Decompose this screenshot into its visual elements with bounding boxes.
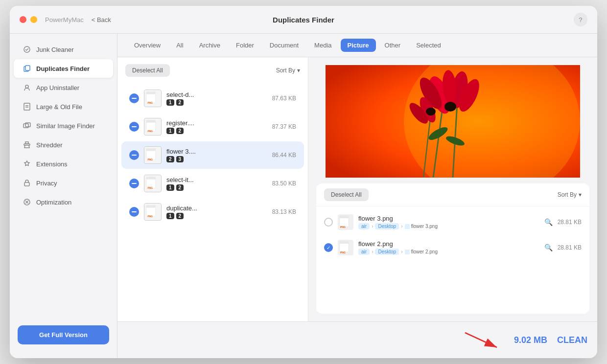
file-size: 87.63 KB	[272, 95, 296, 102]
svg-text:PNG: PNG	[148, 130, 153, 133]
svg-rect-21	[146, 120, 156, 123]
sidebar-item-privacy[interactable]: Privacy	[14, 174, 113, 192]
tab-document[interactable]: Document	[263, 39, 305, 52]
right-pane: OverviewAllArchiveFolderDocumentMediaPic…	[117, 34, 597, 358]
file-badge: 2	[176, 184, 184, 191]
svg-rect-7	[23, 124, 28, 128]
sidebar-label-large-old-file: Large & Old File	[36, 103, 82, 111]
junk-cleaner-icon	[23, 45, 31, 54]
detail-file-name: flower 3.png	[358, 215, 539, 222]
sidebar-label-duplicates-finder: Duplicates Finder	[36, 65, 90, 72]
file-name: select-it...	[166, 176, 267, 183]
detail-file-name: flower 2.png	[358, 240, 539, 248]
tab-archive[interactable]: Archive	[192, 39, 227, 52]
detail-checkbox[interactable]	[324, 243, 333, 252]
help-button[interactable]: ?	[574, 13, 587, 26]
sidebar-item-duplicates-finder[interactable]: Duplicates Finder	[14, 59, 113, 78]
path-file: flower 3.png	[405, 224, 438, 229]
file-badge: 2	[176, 128, 184, 134]
svg-rect-29	[146, 177, 156, 180]
sort-by-button[interactable]: Sort By ▾	[276, 67, 300, 74]
svg-point-3	[25, 85, 28, 88]
tab-picture[interactable]: Picture	[341, 39, 376, 52]
deselect-all-button[interactable]: Deselect All	[125, 64, 170, 77]
file-info: duplicate... 12	[166, 205, 267, 219]
file-thumbnail: PNG	[144, 146, 162, 164]
tab-folder[interactable]: Folder	[229, 39, 261, 52]
detail-checkbox[interactable]	[324, 218, 333, 227]
file-badges: 23	[166, 156, 267, 162]
list-item[interactable]: PNG flower 3.... 23 86.44 KB	[121, 141, 304, 169]
tab-media[interactable]: Media	[307, 39, 338, 52]
file-badges: 12	[166, 184, 267, 191]
similar-image-finder-icon	[23, 121, 31, 130]
sidebar-label-optimization: Optimization	[36, 199, 71, 206]
sidebar-label-similar-image-finder: Similar Image Finder	[36, 122, 95, 130]
tab-overview[interactable]: Overview	[127, 39, 167, 52]
sidebar-item-app-uninstaller[interactable]: App Uninstaller	[14, 78, 113, 97]
path-badge: air	[358, 249, 370, 255]
privacy-icon	[23, 179, 31, 187]
close-button[interactable]	[20, 16, 26, 23]
svg-point-48	[426, 108, 436, 115]
file-thumbnail: PNG	[144, 175, 162, 192]
file-size: 87.37 KB	[272, 123, 296, 130]
file-list-pane: Deselect All Sort By ▾ PNG select-d... 1…	[117, 57, 308, 321]
detail-deselect-all-button[interactable]: Deselect All	[324, 188, 369, 201]
sidebar-item-extensions[interactable]: Extensions	[14, 155, 113, 173]
detail-list-item[interactable]: PNG flower 3.png air › Desktop › flower …	[316, 209, 589, 235]
detail-file-info: flower 2.png air › Desktop › flower 2.pn…	[358, 240, 539, 255]
list-item[interactable]: PNG select-d... 12 87.63 KB	[121, 85, 304, 112]
tab-other[interactable]: Other	[378, 39, 408, 52]
detail-file-info: flower 3.png air › Desktop › flower 3.pn…	[358, 215, 539, 229]
file-info: flower 3.... 23	[166, 148, 267, 162]
svg-text:PNG: PNG	[340, 226, 346, 228]
minimize-button[interactable]	[30, 16, 37, 23]
svg-text:PNG: PNG	[148, 102, 153, 104]
svg-rect-58	[340, 241, 349, 244]
sidebar-item-similar-image-finder[interactable]: Similar Image Finder	[14, 116, 113, 135]
tab-all[interactable]: All	[169, 39, 190, 52]
svg-rect-25	[146, 149, 156, 151]
svg-rect-2	[25, 66, 30, 70]
path-mid: Desktop	[375, 223, 399, 229]
duplicates-finder-icon	[23, 64, 31, 73]
detail-list-item[interactable]: PNG flower 2.png air › Desktop › flower …	[316, 235, 589, 260]
list-item[interactable]: PNG register.... 12 87.37 KB	[121, 113, 304, 140]
list-item[interactable]: PNG select-it... 12 83.50 KB	[121, 170, 304, 197]
file-badge: 1	[166, 213, 174, 219]
svg-text:PNG: PNG	[340, 251, 346, 254]
optimization-icon	[23, 198, 31, 206]
sidebar-item-junk-cleaner[interactable]: Junk Cleaner	[14, 40, 113, 59]
sidebar-item-large-old-file[interactable]: Large & Old File	[14, 97, 113, 116]
file-badge: 1	[166, 99, 174, 106]
svg-rect-10	[25, 142, 28, 144]
svg-rect-53	[340, 216, 349, 218]
app-uninstaller-icon	[23, 83, 31, 92]
shredder-icon	[23, 140, 31, 149]
path-badge: air	[358, 223, 370, 229]
file-info: select-d... 12	[166, 91, 267, 106]
preview-image	[316, 65, 589, 178]
file-badge: 2	[176, 99, 184, 106]
deselect-icon	[129, 122, 139, 132]
list-item[interactable]: PNG duplicate... 12 83.13 KB	[121, 198, 304, 226]
main-content: Junk Cleaner Duplicates Finder App Unins…	[10, 34, 597, 358]
detail-sort-button[interactable]: Sort By ▾	[558, 191, 582, 198]
file-badge: 1	[166, 128, 174, 134]
get-full-version-button[interactable]: Get Full Version	[18, 325, 109, 344]
file-name: select-d...	[166, 91, 267, 98]
svg-rect-33	[146, 205, 156, 208]
back-button[interactable]: < Back	[92, 16, 111, 23]
file-size: 83.13 KB	[272, 208, 296, 215]
sidebar-item-optimization[interactable]: Optimization	[14, 193, 113, 211]
sidebar-label-junk-cleaner: Junk Cleaner	[36, 46, 74, 53]
deselect-icon	[129, 93, 139, 103]
sidebar-item-shredder[interactable]: Shredder	[14, 136, 113, 154]
tab-selected[interactable]: Selected	[409, 39, 448, 52]
clean-button[interactable]: CLEAN	[557, 335, 587, 345]
preview-pane: Deselect All Sort By ▾ PNG flower 3.png …	[308, 57, 597, 321]
detail-file-path: air › Desktop › flower 2.png	[358, 249, 539, 255]
svg-rect-11	[24, 182, 29, 186]
svg-point-45	[444, 102, 456, 112]
